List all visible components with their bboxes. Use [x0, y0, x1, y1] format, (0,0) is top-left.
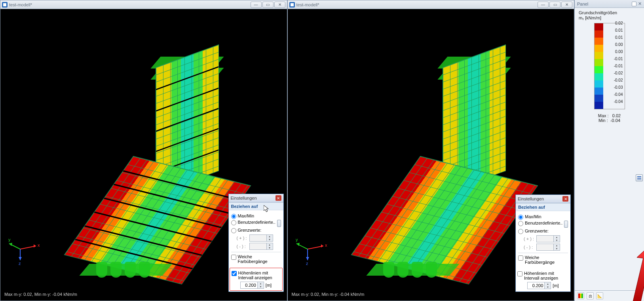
custom-browse-button[interactable]: [564, 221, 568, 228]
viewport-status: Max m-y: 0.02, Min m-y: -0.04 kNm/m: [292, 292, 365, 297]
interval-spinner[interactable]: ▲▼: [527, 282, 551, 289]
min-label: Min :: [598, 118, 608, 123]
radio-custom[interactable]: [231, 220, 236, 225]
checkbox-contours[interactable]: [232, 271, 237, 276]
min-value: -0.04: [610, 118, 620, 123]
max-value: 0.02: [612, 113, 621, 118]
viewport-titlebar[interactable]: test-modell* — ▭ ✕: [0, 0, 287, 9]
dialog-titlebar[interactable]: Einstellungen ✕: [229, 194, 283, 202]
interval-spinner[interactable]: ▲▼: [240, 282, 264, 289]
viewport-status: Max m-y: 0.02, Min m-y: -0.04 kNm/m: [4, 292, 77, 297]
dialog-titlebar[interactable]: Einstellungen ✕: [516, 195, 570, 203]
svg-rect-19: [637, 176, 641, 177]
axis-triad: x y z: [8, 229, 40, 261]
viewport-canvas[interactable]: x y z Max m-y: 0.02, Min m-y: -0.04 kNm/…: [288, 9, 574, 301]
limit-minus-spinner[interactable]: ▲▼: [249, 243, 273, 250]
limit-minus-spinner[interactable]: ▲▼: [536, 244, 560, 251]
radio-custom-label: Benutzerdefinierte..: [525, 221, 562, 225]
fea-model: [332, 28, 530, 282]
side-panel: Panel ✕ Grundschnittgrößen mᵧ [kNm/m] 0.…: [574, 0, 644, 301]
panel-title: Panel: [577, 2, 588, 6]
svg-rect-21: [637, 179, 641, 180]
dialog-close-button[interactable]: ✕: [562, 196, 568, 202]
viewport-left: test-modell* — ▭ ✕: [0, 0, 287, 301]
viewport-right: test-modell* — ▭ ✕: [287, 0, 575, 301]
checkbox-smooth[interactable]: [231, 255, 236, 260]
interval-value[interactable]: [241, 282, 257, 288]
interval-value[interactable]: [528, 282, 544, 289]
svg-text:y: y: [296, 237, 298, 242]
settings-dialog[interactable]: Einstellungen ✕ Beziehen auf Max/Min Ben…: [515, 194, 571, 292]
svg-text:y: y: [8, 237, 11, 242]
minimize-button[interactable]: —: [538, 2, 549, 8]
viewport-title: test-modell*: [296, 2, 538, 7]
cursor-icon: [264, 205, 269, 212]
dialog-title: Einstellungen: [518, 196, 562, 201]
limit-plus-spinner[interactable]: ▲▼: [536, 235, 560, 242]
svg-rect-20: [637, 178, 641, 179]
svg-marker-7: [19, 257, 22, 260]
legend-title: Grundschnittgrößen: [579, 10, 640, 15]
radio-limits-label: Grenzwerte:: [238, 228, 262, 232]
footer-scale-icon[interactable]: ⚖: [587, 292, 594, 299]
viewport-titlebar[interactable]: test-modell* — ▭ ✕: [288, 0, 574, 9]
footer-palette-icon[interactable]: [577, 292, 584, 299]
settings-dialog[interactable]: Einstellungen ✕ Beziehen auf Max/Min Ben…: [228, 194, 284, 292]
svg-marker-11: [321, 244, 323, 248]
maximize-button[interactable]: ▭: [262, 2, 274, 8]
maximize-button[interactable]: ▭: [549, 2, 560, 8]
svg-text:z: z: [19, 261, 21, 266]
svg-marker-4: [9, 243, 12, 246]
checkbox-smooth-label: Weiche Farbübergänge: [238, 254, 281, 264]
radio-limits[interactable]: [231, 228, 236, 233]
svg-marker-14: [296, 243, 300, 246]
dialog-section-header: Beziehen auf: [516, 203, 570, 211]
svg-marker-1: [34, 244, 36, 248]
color-scale: 0.020.010.010.000.00-0.01-0.01-0.02-0.02…: [594, 23, 625, 109]
interval-unit: [m]: [266, 283, 272, 288]
svg-rect-23: [578, 293, 580, 298]
radio-maxmin-label: Max/Min: [525, 214, 541, 219]
checkbox-contours-label: Höhenlinien mit Intervall anzeigen: [524, 271, 569, 280]
panel-expand-button[interactable]: [636, 174, 643, 181]
checkbox-contours[interactable]: [517, 271, 522, 276]
dialog-section-header: Beziehen auf: [229, 202, 283, 210]
checkbox-smooth-label: Weiche Farbübergänge: [525, 255, 568, 265]
checkbox-contours-label: Höhenlinien mit Intervall anzeigen: [238, 271, 281, 280]
app-icon: [289, 2, 295, 8]
max-label: Max :: [598, 113, 609, 118]
minimize-button[interactable]: —: [251, 2, 262, 8]
axis-triad: x y z: [296, 229, 327, 261]
limit-minus-label: ( - ) :: [524, 245, 535, 250]
limit-plus-spinner[interactable]: ▲▼: [249, 234, 273, 242]
footer-measure-icon[interactable]: 📐: [596, 292, 603, 299]
radio-maxmin[interactable]: [231, 214, 236, 219]
close-button[interactable]: ✕: [561, 2, 572, 8]
viewport-canvas[interactable]: x y z Max m-y: 0.02, Min m-y: -0.04 kNm/…: [0, 9, 287, 301]
custom-browse-button[interactable]: [277, 220, 281, 227]
fea-model: [45, 28, 243, 282]
pin-icon[interactable]: [632, 2, 636, 6]
panel-close-icon[interactable]: ✕: [638, 1, 642, 6]
radio-maxmin[interactable]: [518, 215, 523, 220]
checkbox-smooth[interactable]: [518, 255, 523, 261]
svg-rect-24: [580, 293, 581, 298]
radio-limits[interactable]: [518, 229, 523, 234]
svg-text:x: x: [38, 243, 40, 248]
svg-text:x: x: [325, 243, 327, 248]
dialog-title: Einstellungen: [231, 196, 275, 200]
limit-plus-label: ( + ) :: [237, 236, 248, 240]
svg-marker-22: [632, 248, 644, 301]
panel-header[interactable]: Panel ✕: [575, 0, 644, 8]
interval-unit: [m]: [553, 283, 559, 288]
svg-rect-25: [581, 293, 583, 298]
radio-limits-label: Grenzwerte:: [525, 229, 549, 233]
dialog-close-button[interactable]: ✕: [275, 195, 281, 201]
app-icon: [2, 2, 8, 8]
radio-custom[interactable]: [518, 221, 523, 226]
radio-maxmin-label: Max/Min: [238, 213, 255, 218]
viewport-title: test-modell*: [9, 2, 251, 7]
close-button[interactable]: ✕: [274, 2, 285, 8]
limit-minus-label: ( - ) :: [237, 244, 248, 249]
svg-text:z: z: [306, 261, 308, 266]
